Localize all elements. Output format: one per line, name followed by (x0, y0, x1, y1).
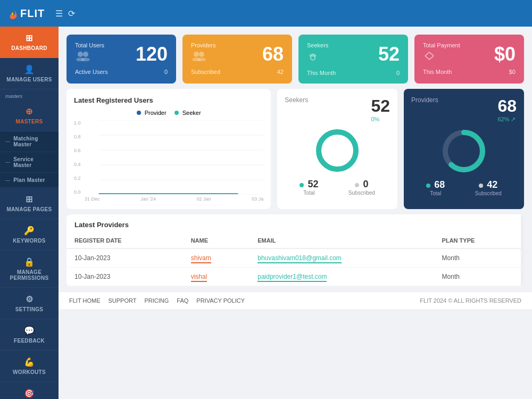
providers-donut-header: Providers 68 62% ↗ (411, 96, 517, 123)
matching-master-label: Matching Master (13, 136, 53, 147)
seekers-total-label: Total (300, 190, 318, 196)
line-chart-title: Latest Registered Users (74, 96, 263, 104)
workouts-icon: 💪 (24, 357, 35, 367)
col-name: NAME (183, 233, 250, 248)
sidebar-item-service-master[interactable]: Service Master (0, 152, 59, 173)
svg-point-16 (319, 132, 356, 169)
sidebar: ⊞ DASHBOARD 👤 MANAGE USERS masters ⊕ MAS… (0, 27, 59, 399)
total-dot (300, 183, 304, 187)
providers-total-label: Total (426, 190, 445, 196)
stat-card-value: $0 (494, 43, 516, 65)
sidebar-item-keywords[interactable]: 🔑 KEYWORDS (0, 219, 59, 251)
sidebar-item-dashboard[interactable]: ⊞ DASHBOARD (0, 27, 59, 58)
flame-icon (8, 7, 18, 19)
sidebar-item-label: SETTINGS (15, 306, 43, 312)
providers-donut-percent: 62% ↗ (497, 116, 517, 123)
provider-dot (137, 111, 141, 115)
sidebar-item-matching-master[interactable]: Matching Master (0, 131, 59, 152)
feedback-icon: 💬 (24, 326, 35, 336)
sidebar-item-workouts[interactable]: 💪 WORKOUTS (0, 351, 59, 382)
sidebar-item-label: FEEDBACK (14, 338, 45, 344)
sidebar-item-settings[interactable]: ⚙ SETTINGS (0, 288, 59, 319)
table-title: Latest Providers (66, 214, 524, 233)
seekers-subscribed: 0 Subscribed (348, 179, 375, 196)
providers-donut-value: 68 (497, 96, 517, 116)
menu-icon[interactable]: ☰ (55, 9, 63, 19)
fitness-goals-icon: 🎯 (24, 388, 35, 398)
stat-card-seekers: Seekers 52 This Month 0 (298, 35, 408, 84)
sidebar-item-label: MASTERS (16, 119, 43, 124)
table-row: 10-Jan-2023 vishal paidprovider1@test.co… (66, 268, 524, 286)
providers-donut-title: Providers (411, 96, 438, 104)
sidebar-item-label: WORKOUTS (13, 369, 46, 375)
keywords-icon: 🔑 (24, 226, 35, 236)
sidebar-item-manage-users[interactable]: 👤 MANAGE USERS (0, 58, 59, 89)
seekers-donut-chart (285, 127, 390, 174)
sidebar-item-manage-permissions[interactable]: 🔒 MANAGE PERMISSIONS (0, 251, 59, 288)
seekers-subscribed-label: Subscribed (348, 190, 375, 196)
cell-plan: Month (434, 268, 524, 286)
users-icon: 👤 (24, 64, 35, 74)
sidebar-item-plan-master[interactable]: Plan Master (0, 173, 59, 188)
sidebar-section-masters: masters (0, 89, 59, 100)
subscribed-dot (479, 184, 483, 188)
line-chart-container: 1.00.80.60.40.20.0 (74, 120, 263, 195)
cell-date: 10-Jan-2023 (66, 248, 183, 268)
line-chart-svg (74, 120, 263, 195)
provider-name-link[interactable]: vishal (191, 273, 207, 282)
total-dot (426, 184, 430, 188)
seekers-total: 52 Total (300, 179, 318, 196)
stat-card-value: 68 (262, 43, 284, 65)
svg-point-5 (199, 52, 204, 57)
seekers-donut-value: 52 (371, 96, 390, 116)
stat-card-providers: Providers 68 Subscribed 42 (182, 35, 292, 84)
providers-donut-chart (411, 127, 517, 175)
footer-link-support[interactable]: SUPPORT (108, 297, 136, 304)
seekers-donut-title: Seekers (285, 96, 308, 104)
sidebar-item-fitness-goals[interactable]: 🎯 FITNESS GOALS (0, 382, 59, 399)
chart-y-labels: 1.00.80.60.40.20.0 (74, 120, 81, 195)
sidebar-item-feedback[interactable]: 💬 FEEDBACK (0, 319, 59, 351)
subscribed-dot (355, 183, 359, 187)
chart-x-labels: 31 Dec Jan '24 02 Jan 03 Ja (74, 196, 263, 202)
stat-card-sub: Active Users 0 (75, 69, 168, 75)
provider-email-link[interactable]: paidprovider1@test.com (257, 273, 327, 282)
sidebar-item-label: DASHBOARD (11, 45, 47, 51)
cell-plan: Month (434, 248, 524, 268)
header-icons: ☰ ⟳ (55, 9, 75, 19)
svg-point-1 (83, 52, 88, 57)
seekers-donut-card: Seekers 52 0% 52 (277, 89, 397, 209)
sidebar-item-manage-pages[interactable]: ⊞ MANAGE PAGES (0, 188, 59, 219)
dashboard-icon: ⊞ (26, 33, 32, 43)
svg-point-0 (78, 52, 83, 57)
charts-area: Latest Registered Users Provider Seeker … (59, 89, 532, 214)
stat-card-value: 120 (136, 43, 168, 65)
stat-card-sub: Subscribed 42 (191, 69, 284, 75)
refresh-icon[interactable]: ⟳ (68, 9, 75, 19)
main-content: Total Users 120 Active Users 0 Pr (59, 27, 532, 399)
footer-link-privacy[interactable]: PRIVACY POLICY (196, 297, 245, 304)
footer-copyright: FLIT 2024 © ALL RIGHTS RESERVED (420, 297, 521, 304)
footer-link-home[interactable]: FLIT HOME (69, 297, 100, 304)
cell-email: bhuvashivam018@gmail.com (250, 248, 434, 268)
svg-point-4 (194, 52, 199, 57)
stat-card-sub: This Month 0 (307, 70, 400, 76)
seekers-donut-percent: 0% (371, 116, 390, 122)
settings-icon: ⚙ (26, 294, 33, 304)
footer-link-pricing[interactable]: PRICING (144, 297, 169, 304)
provider-email-link[interactable]: bhuvashivam018@gmail.com (257, 254, 342, 263)
sidebar-item-label: KEYWORDS (13, 238, 45, 244)
stat-card-total-users: Total Users 120 Active Users 0 (66, 35, 176, 84)
service-master-label: Service Master (13, 156, 53, 168)
footer-links: FLIT HOME SUPPORT PRICING FAQ PRIVACY PO… (69, 297, 245, 304)
line-chart-card: Latest Registered Users Provider Seeker … (66, 89, 271, 209)
provider-name-link[interactable]: shivam (191, 254, 211, 263)
plan-master-label: Plan Master (13, 177, 45, 183)
seekers-donut-svg (313, 127, 361, 174)
main-layout: ⊞ DASHBOARD 👤 MANAGE USERS masters ⊕ MAS… (0, 27, 532, 399)
sidebar-item-masters[interactable]: ⊕ MASTERS (0, 100, 59, 131)
svg-point-8 (311, 56, 315, 60)
scrollbar[interactable] (521, 214, 524, 286)
footer-link-faq[interactable]: FAQ (177, 297, 188, 304)
col-plan-type: PLAN TYPE (434, 233, 524, 248)
